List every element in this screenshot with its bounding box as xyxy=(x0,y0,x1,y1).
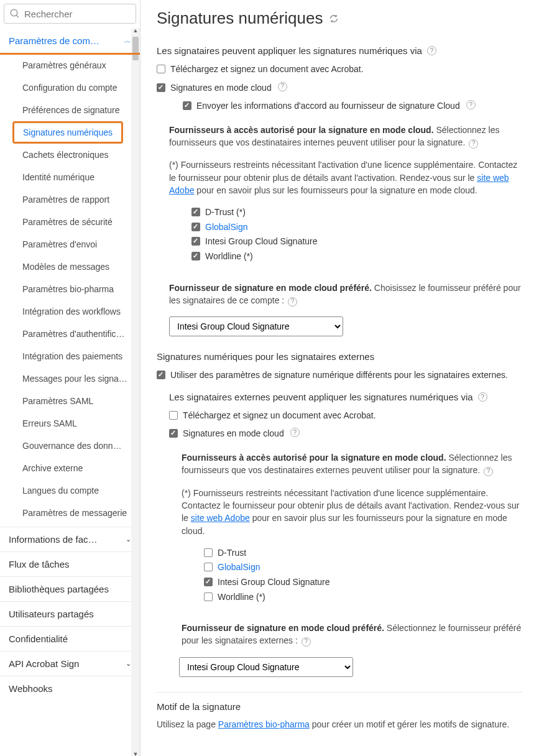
opt-use-different-external[interactable]: Utiliser des paramètres de signature num… xyxy=(157,369,523,382)
sidebar-group[interactable]: Confidentialité xyxy=(0,626,140,651)
ext-opt-download-sign[interactable]: Téléchargez et signez un document avec A… xyxy=(169,410,523,422)
preferred-provider-intro: Fournisseur de signature en mode cloud p… xyxy=(169,282,523,307)
preferred-provider-select-wrap: Intesi Group Cloud Signature xyxy=(169,316,523,336)
provider-row[interactable]: Worldline (*) xyxy=(191,251,523,263)
help-icon[interactable]: ? xyxy=(427,46,436,55)
sidebar-item[interactable]: Paramètres d'authentific… xyxy=(0,323,140,345)
checkbox[interactable] xyxy=(183,101,191,110)
sidebar-item[interactable]: Intégration des workflows xyxy=(0,300,140,323)
main-content: Signatures numériques Les signataires pe… xyxy=(141,0,539,756)
checkbox[interactable] xyxy=(191,237,200,246)
scroll-down-icon[interactable]: ▼ xyxy=(131,751,140,756)
checkbox[interactable] xyxy=(157,65,165,73)
sidebar-item[interactable]: Archive externe xyxy=(0,457,140,479)
sidebar-item[interactable]: Configuration du compte xyxy=(0,76,140,99)
ext-preferred-provider-select-wrap: Intesi Group Cloud Signature xyxy=(179,657,523,677)
sidebar-item[interactable]: Messages pour les signa… xyxy=(0,367,140,390)
checkbox[interactable] xyxy=(204,563,213,571)
sidebar-item[interactable]: Paramètres généraux xyxy=(0,54,140,76)
checkbox[interactable] xyxy=(204,578,213,586)
checkbox[interactable] xyxy=(157,371,165,379)
sidebar-item[interactable]: Langues du compte xyxy=(0,479,140,502)
help-icon[interactable]: ? xyxy=(466,100,476,109)
chevron-down-icon: ⌄ xyxy=(126,535,131,543)
checkbox[interactable] xyxy=(169,411,178,420)
preferred-provider-select[interactable]: Intesi Group Cloud Signature xyxy=(169,316,343,336)
opt-send-info[interactable]: Envoyer les informations d'accord au fou… xyxy=(183,100,523,113)
help-icon[interactable]: ? xyxy=(302,637,311,647)
help-icon[interactable]: ? xyxy=(484,467,493,476)
search-icon xyxy=(9,8,21,19)
adobe-site-link[interactable]: site web Adobe xyxy=(191,513,250,523)
sidebar-item[interactable]: Identité numérique xyxy=(0,166,140,188)
opt-cloud-sign[interactable]: Signatures en mode cloud? xyxy=(157,82,523,94)
refresh-icon[interactable] xyxy=(329,14,339,24)
chevron-down-icon: ⌄ xyxy=(126,660,131,668)
scrollbar[interactable]: ▲ ▼ xyxy=(131,29,140,756)
providers-restrict-note: (*) Fournisseurs restreints nécessitant … xyxy=(169,159,523,196)
checkbox[interactable] xyxy=(157,83,165,92)
sidebar-item[interactable]: Paramètres SAML xyxy=(0,390,140,412)
provider-row[interactable]: GlobalSign xyxy=(191,221,523,234)
sidebar-item[interactable]: Paramètres de sécurité xyxy=(0,211,140,233)
svg-point-0 xyxy=(11,9,17,16)
sidebar-item[interactable]: Paramètres de messagerie xyxy=(0,502,140,524)
chevron-up-icon: ︿ xyxy=(124,36,131,45)
help-icon[interactable]: ? xyxy=(288,297,297,307)
sidebar-item[interactable]: Cachets électroniques xyxy=(0,144,140,166)
page-title: Signatures numériques xyxy=(157,9,523,28)
sidebar-group-account-settings[interactable]: Paramètres de com… ︿ xyxy=(0,29,140,55)
provider-row[interactable]: Intesi Group Cloud Signature xyxy=(191,236,523,248)
svg-line-1 xyxy=(16,15,19,17)
checkbox[interactable] xyxy=(191,252,200,260)
help-icon[interactable]: ? xyxy=(478,392,487,402)
ext-preferred-provider-select[interactable]: Intesi Group Cloud Signature xyxy=(179,657,353,677)
sidebar-subitems: Paramètres générauxConfiguration du comp… xyxy=(0,53,140,527)
sidebar-group-label: Paramètres de com… xyxy=(9,35,99,46)
sidebar-item[interactable]: Erreurs SAML xyxy=(0,412,140,435)
sidebar-item[interactable]: Intégration des paiements xyxy=(0,345,140,367)
section2-title: Signatures numériques pour les signatair… xyxy=(157,351,523,362)
divider xyxy=(157,692,523,693)
ext-opt-cloud-sign[interactable]: Signatures en mode cloud? xyxy=(169,428,523,440)
checkbox[interactable] xyxy=(169,429,178,438)
help-icon[interactable]: ? xyxy=(290,428,300,437)
ext-providers-restrict-note: (*) Fournisseurs restreints nécessitant … xyxy=(182,487,523,537)
opt-download-sign[interactable]: Téléchargez et signez un document avec A… xyxy=(157,63,523,76)
sidebar: ▲ ▼ Paramètres de com… ︿ Paramètres géné… xyxy=(0,0,141,756)
help-icon[interactable]: ? xyxy=(469,139,478,149)
bio-pharma-link[interactable]: Paramètres bio-pharma xyxy=(218,719,310,729)
section1-question: Les signataires peuvent appliquer les si… xyxy=(157,45,523,56)
ext-preferred-provider-intro: Fournisseur de signature en mode cloud p… xyxy=(182,622,523,647)
sidebar-item[interactable]: Modèles de messages xyxy=(0,256,140,278)
sidebar-item[interactable]: Signatures numériques xyxy=(14,123,121,142)
sidebar-group[interactable]: Bibliothèques partagées xyxy=(0,576,140,601)
sidebar-nav: ▲ ▼ Paramètres de com… ︿ Paramètres géné… xyxy=(0,29,140,756)
sidebar-group[interactable]: Webhooks xyxy=(0,676,140,701)
search-input[interactable] xyxy=(24,9,131,19)
sidebar-group[interactable]: API Acrobat Sign⌄ xyxy=(0,651,140,676)
search-box[interactable] xyxy=(4,4,136,24)
section3-title: Motif de la signature xyxy=(157,701,523,712)
checkbox[interactable] xyxy=(204,592,213,601)
provider-row[interactable]: D-Trust xyxy=(204,547,523,560)
provider-row[interactable]: GlobalSign xyxy=(204,561,523,574)
provider-row[interactable]: D-Trust (*) xyxy=(191,206,523,219)
providers-intro: Fournisseurs à accès autorisé pour la si… xyxy=(169,124,523,149)
help-icon[interactable]: ? xyxy=(278,82,287,91)
sidebar-item[interactable]: Paramètres d'envoi xyxy=(0,233,140,256)
sidebar-group[interactable]: Utilisateurs partagés xyxy=(0,601,140,626)
provider-row[interactable]: Worldline (*) xyxy=(204,591,523,604)
provider-link[interactable]: GlobalSign xyxy=(218,561,260,574)
checkbox[interactable] xyxy=(191,208,200,216)
checkbox[interactable] xyxy=(204,548,213,557)
sidebar-item[interactable]: Gouvernance des donn… xyxy=(0,435,140,457)
sidebar-item[interactable]: Paramètres de rapport xyxy=(0,188,140,211)
sidebar-group[interactable]: Informations de fac…⌄ xyxy=(0,527,140,551)
sidebar-item[interactable]: Préférences de signature xyxy=(0,99,140,121)
sidebar-item[interactable]: Paramètres bio-pharma xyxy=(0,278,140,300)
provider-row[interactable]: Intesi Group Cloud Signature xyxy=(204,576,523,589)
checkbox[interactable] xyxy=(191,223,200,231)
sidebar-group[interactable]: Flux de tâches xyxy=(0,551,140,576)
provider-link[interactable]: GlobalSign xyxy=(205,221,248,234)
